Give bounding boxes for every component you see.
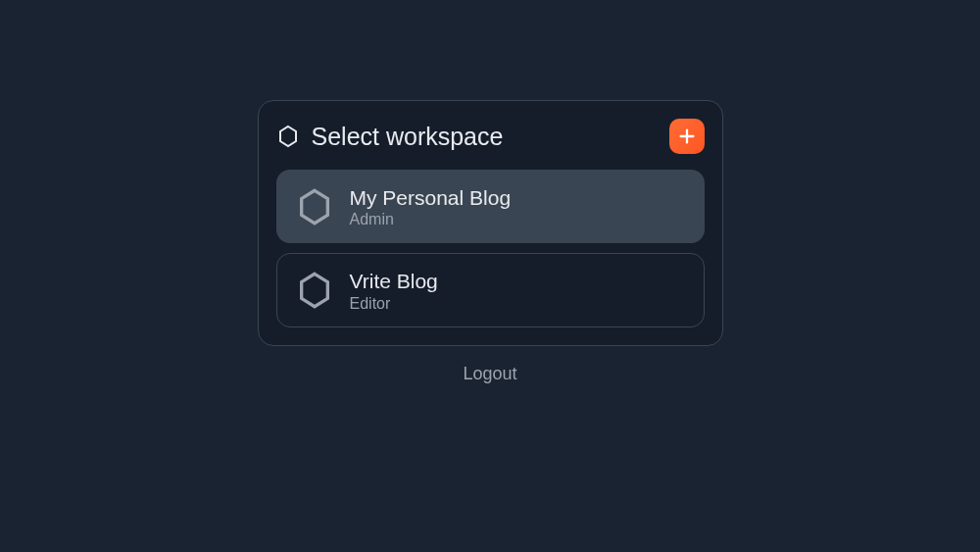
workspace-selector-card: Select workspace My Personal Blog Admin bbox=[258, 100, 723, 346]
add-workspace-button[interactable] bbox=[669, 119, 705, 154]
hexagon-icon bbox=[295, 187, 334, 226]
workspace-name: My Personal Blog bbox=[350, 184, 512, 211]
hexagon-icon bbox=[276, 125, 300, 148]
workspace-text: My Personal Blog Admin bbox=[350, 184, 512, 228]
card-title: Select workspace bbox=[312, 123, 504, 151]
workspace-item[interactable]: My Personal Blog Admin bbox=[276, 170, 705, 243]
header-left: Select workspace bbox=[276, 123, 504, 151]
workspace-name: Vrite Blog bbox=[350, 268, 438, 294]
workspace-text: Vrite Blog Editor bbox=[350, 268, 438, 312]
workspace-role: Editor bbox=[350, 295, 438, 313]
workspace-list: My Personal Blog Admin Vrite Blog Editor bbox=[276, 170, 705, 327]
card-header: Select workspace bbox=[276, 119, 705, 154]
hexagon-icon bbox=[295, 271, 334, 310]
workspace-item[interactable]: Vrite Blog Editor bbox=[276, 253, 705, 326]
logout-link[interactable]: Logout bbox=[463, 364, 516, 384]
workspace-role: Admin bbox=[350, 211, 512, 228]
